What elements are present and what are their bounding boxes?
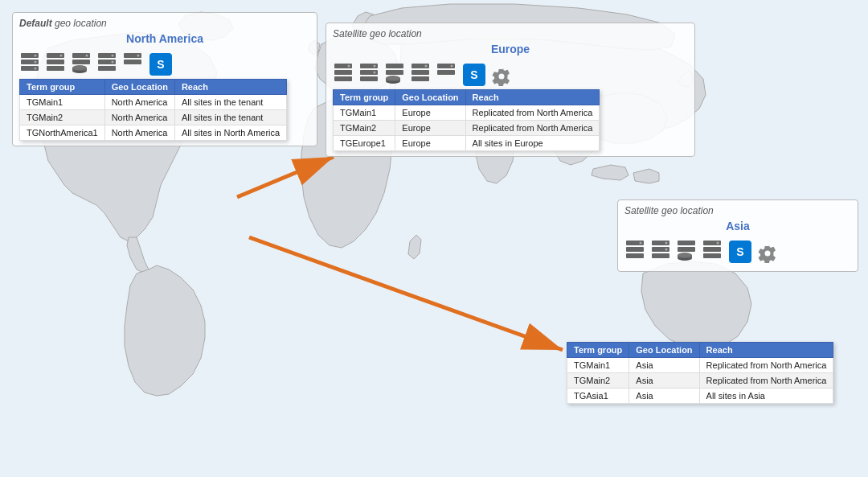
eu-col-geolocation: Geo Location: [395, 90, 465, 105]
eu-server-2: [358, 60, 381, 86]
gear-icon-eu: [492, 67, 511, 86]
eu-location-name: Europe: [333, 43, 688, 56]
asia-table: Term group Geo Location Reach TGMain1Asi…: [567, 342, 833, 404]
svg-rect-65: [703, 253, 721, 258]
asia-server-2: [650, 237, 673, 263]
table-row: TGMain1EuropeReplicated from North Ameri…: [334, 105, 600, 121]
svg-point-31: [348, 65, 350, 68]
svg-point-36: [374, 72, 376, 74]
eu-type-word: Satellite: [333, 28, 367, 39]
sharepoint-badge-eu: S: [463, 64, 485, 86]
svg-point-45: [425, 65, 428, 68]
svg-rect-43: [411, 70, 429, 75]
table-row: TGMain2North AmericaAll sites in the ten…: [20, 110, 287, 125]
svg-rect-38: [386, 70, 403, 75]
na-col-termgroup: Term group: [20, 80, 105, 95]
svg-point-41: [386, 76, 400, 80]
svg-rect-30: [334, 76, 352, 81]
svg-point-24: [112, 61, 114, 64]
server-icon-4: [96, 50, 119, 76]
svg-point-66: [717, 242, 719, 245]
na-table: Term group Geo Location Reach TGMain1Nor…: [19, 79, 287, 141]
eu-server-4: [410, 60, 432, 86]
svg-rect-12: [47, 66, 64, 71]
svg-point-7: [35, 55, 37, 57]
na-location-word: geo location: [55, 18, 107, 29]
svg-rect-59: [678, 247, 695, 252]
na-col-geolocation: Geo Location: [104, 80, 174, 95]
asia-col-reach: Reach: [699, 343, 833, 358]
north-america-box: Default geo location North America: [12, 12, 317, 146]
svg-point-9: [35, 68, 37, 70]
svg-rect-51: [626, 253, 644, 258]
na-table-container: Term group Geo Location Reach TGMain1Nor…: [19, 79, 310, 141]
na-server-group: S: [19, 50, 310, 76]
gear-icon-asia: [758, 244, 777, 263]
asia-server-3: [676, 237, 698, 263]
eu-location-label: Satellite geo location: [333, 28, 688, 39]
eu-server-3: [384, 60, 407, 86]
table-row: TGMain2EuropeReplicated from North Ameri…: [334, 121, 600, 136]
asia-location-name: Asia: [624, 220, 851, 232]
sharepoint-badge-asia: S: [729, 241, 751, 263]
svg-rect-37: [386, 64, 403, 68]
svg-rect-29: [334, 70, 352, 75]
svg-point-16: [86, 55, 88, 57]
svg-point-27: [137, 55, 140, 57]
svg-rect-50: [626, 247, 644, 252]
table-row: TGMain1AsiaReplicated from North America: [567, 358, 833, 373]
svg-point-8: [35, 61, 37, 64]
svg-point-35: [374, 65, 376, 68]
eu-col-termgroup: Term group: [334, 90, 395, 105]
asia-server-4: [702, 237, 724, 263]
svg-rect-44: [411, 76, 429, 81]
europe-box: Satellite geo location Europe: [326, 23, 695, 157]
sharepoint-badge-na: S: [149, 53, 172, 76]
na-location-label: Default geo location: [19, 18, 310, 29]
eu-server-group: S: [333, 60, 688, 86]
svg-rect-55: [652, 253, 669, 258]
asia-box: Satellite geo location Asia: [617, 199, 858, 272]
svg-point-62: [678, 253, 692, 257]
svg-point-19: [72, 65, 87, 70]
asia-type-word: Satellite: [624, 205, 659, 216]
svg-rect-26: [124, 60, 141, 64]
svg-rect-11: [47, 60, 64, 64]
svg-point-13: [60, 55, 63, 57]
eu-location-word: geo location: [370, 28, 422, 39]
svg-point-23: [112, 55, 114, 57]
eu-table: Term group Geo Location Reach TGMain1Eur…: [333, 89, 600, 151]
svg-rect-34: [360, 76, 378, 81]
server-icon-3: [71, 50, 93, 76]
table-row: TGAsia1AsiaAll sites in Asia: [567, 389, 833, 404]
eu-server-1: [333, 60, 355, 86]
asia-server-group: S: [624, 237, 851, 263]
asia-col-termgroup: Term group: [567, 343, 629, 358]
table-row: TGMain1North AmericaAll sites in the ten…: [20, 95, 287, 110]
na-location-name: North America: [19, 32, 310, 45]
eu-server-5: [436, 60, 458, 86]
eu-col-reach: Reach: [465, 90, 600, 105]
svg-point-48: [451, 65, 453, 68]
svg-rect-47: [437, 70, 455, 75]
svg-point-57: [665, 249, 668, 251]
server-icon-1: [19, 50, 42, 76]
na-col-reach: Reach: [174, 80, 286, 95]
table-row: TGMain2AsiaReplicated from North America: [567, 373, 833, 389]
table-row: TGNorthAmerica1North AmericaAll sites in…: [20, 125, 287, 141]
asia-server-1: [624, 237, 647, 263]
svg-rect-64: [703, 247, 721, 252]
server-icon-2: [45, 50, 68, 76]
na-type-word: Default: [19, 18, 52, 29]
svg-rect-22: [98, 66, 116, 71]
asia-col-geolocation: Geo Location: [629, 343, 699, 358]
asia-table-container: Term group Geo Location Reach TGMain1Asi…: [567, 342, 864, 404]
asia-location-label: Satellite geo location: [624, 205, 851, 216]
svg-point-56: [665, 242, 668, 245]
server-icon-5: [122, 50, 145, 76]
table-row: TGEurope1EuropeAll sites in Europe: [334, 136, 600, 151]
asia-location-word: geo location: [661, 205, 714, 216]
svg-rect-58: [678, 241, 695, 245]
svg-point-52: [640, 242, 642, 245]
svg-rect-15: [72, 60, 90, 64]
